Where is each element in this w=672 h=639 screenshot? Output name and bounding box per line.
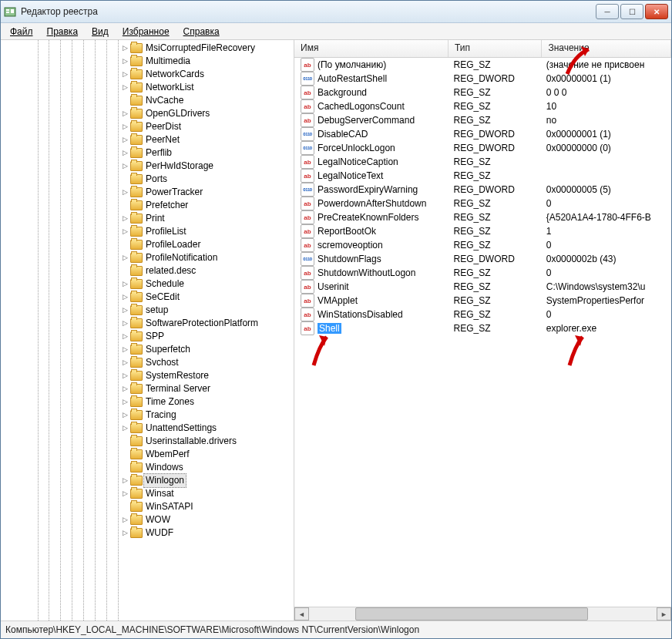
tree-item[interactable]: ▷SPP bbox=[120, 330, 294, 343]
scroll-right-arrow[interactable]: ► bbox=[657, 607, 671, 621]
tree-item[interactable]: ▷Svchost bbox=[120, 356, 294, 369]
expand-icon[interactable]: ▷ bbox=[120, 70, 129, 79]
expand-icon[interactable]: ▷ bbox=[120, 44, 129, 53]
tree-item[interactable]: ▷ProfileNotification bbox=[120, 251, 294, 264]
tree-item[interactable]: ▷WOW bbox=[120, 513, 294, 526]
expand-icon[interactable]: ▷ bbox=[120, 109, 129, 119]
tree-item[interactable]: ▷UnattendSettings bbox=[120, 422, 294, 435]
expand-icon[interactable]: ▷ bbox=[120, 358, 129, 368]
list-item[interactable]: abLegalNoticeTextREG_SZ bbox=[294, 169, 671, 183]
tree-item[interactable]: ▷OpenGLDrivers bbox=[120, 107, 294, 120]
expand-icon[interactable]: ▷ bbox=[120, 476, 129, 486]
list-item[interactable]: abLegalNoticeCaptionREG_SZ bbox=[294, 155, 671, 169]
tree-item[interactable]: ▷SystemRestore bbox=[120, 369, 294, 382]
expand-icon[interactable]: ▷ bbox=[120, 162, 129, 171]
tree-item[interactable]: ▷Print bbox=[120, 212, 294, 225]
list-item[interactable]: abPowerdownAfterShutdownREG_SZ0 bbox=[294, 197, 671, 210]
tree-item[interactable]: Userinstallable.drivers bbox=[120, 435, 294, 448]
list-item[interactable]: abBackgroundREG_SZ0 0 0 bbox=[294, 86, 671, 99]
expand-icon[interactable]: ▷ bbox=[120, 57, 129, 66]
menu-view[interactable]: Вид bbox=[86, 25, 115, 39]
list-item[interactable]: 0110AutoRestartShellREG_DWORD0x00000001 … bbox=[294, 72, 671, 86]
column-header-name[interactable]: Имя bbox=[294, 40, 449, 57]
list-item[interactable]: 0110PasswordExpiryWarningREG_DWORD0x0000… bbox=[294, 183, 671, 197]
tree-item[interactable]: ▷SoftwareProtectionPlatform bbox=[120, 317, 294, 330]
expand-icon[interactable]: ▷ bbox=[120, 398, 129, 407]
expand-icon[interactable]: ▷ bbox=[120, 319, 129, 328]
tree-item[interactable]: Windows bbox=[120, 461, 294, 474]
list-item[interactable]: abscremoveoptionREG_SZ0 bbox=[294, 238, 671, 252]
list-item[interactable]: abDebugServerCommandREG_SZno bbox=[294, 113, 671, 127]
list-item[interactable]: abShellREG_SZexplorer.exe bbox=[294, 321, 671, 335]
menu-help[interactable]: Справка bbox=[177, 25, 226, 39]
list-item[interactable]: abCachedLogonsCountREG_SZ10 bbox=[294, 99, 671, 113]
expand-icon[interactable]: ▷ bbox=[120, 489, 129, 499]
tree-item[interactable]: ▷ProfileList bbox=[120, 225, 294, 238]
column-header-value[interactable]: Значение bbox=[542, 40, 671, 57]
tree-item[interactable]: ▷Tracing bbox=[120, 409, 294, 422]
expand-icon[interactable]: ▷ bbox=[120, 123, 129, 132]
tree-item[interactable]: ▷Perflib bbox=[120, 146, 294, 160]
tree-item[interactable]: ▷Winlogon bbox=[120, 474, 294, 487]
tree-item[interactable]: Prefetcher bbox=[120, 199, 294, 212]
list-item[interactable]: abWinStationsDisabledREG_SZ0 bbox=[294, 308, 671, 321]
expand-icon[interactable]: ▷ bbox=[120, 372, 129, 381]
listview-body[interactable]: ab(По умолчанию)REG_SZ(значение не присв… bbox=[294, 58, 671, 607]
tree-item[interactable]: ▷PerHwIdStorage bbox=[120, 160, 294, 173]
expand-icon[interactable]: ▷ bbox=[120, 385, 129, 394]
tree-item[interactable]: NvCache bbox=[120, 94, 294, 107]
tree-item[interactable]: ▷Multimedia bbox=[120, 55, 294, 68]
maximize-button[interactable]: ☐ bbox=[620, 4, 643, 19]
tree-item[interactable]: ▷Superfetch bbox=[120, 343, 294, 356]
tree-item[interactable]: ▷Terminal Server bbox=[120, 382, 294, 395]
menu-edit[interactable]: Правка bbox=[41, 25, 85, 39]
scroll-thumb[interactable] bbox=[355, 607, 588, 621]
list-item[interactable]: ab(По умолчанию)REG_SZ(значение не присв… bbox=[294, 58, 671, 72]
expand-icon[interactable]: ▷ bbox=[120, 293, 129, 302]
list-item[interactable]: abReportBootOkREG_SZ1 bbox=[294, 224, 671, 238]
expand-icon[interactable]: ▷ bbox=[120, 188, 129, 197]
expand-icon[interactable]: ▷ bbox=[120, 332, 129, 341]
column-header-type[interactable]: Тип bbox=[449, 40, 542, 57]
tree-item[interactable]: ▷PowerTracker bbox=[120, 186, 294, 199]
expand-icon[interactable]: ▷ bbox=[120, 83, 129, 92]
expand-icon[interactable]: ▷ bbox=[120, 529, 129, 538]
expand-icon[interactable]: ▷ bbox=[120, 214, 129, 224]
tree-item[interactable]: ▷Winsat bbox=[120, 487, 294, 500]
expand-icon[interactable]: ▷ bbox=[120, 516, 129, 525]
expand-icon[interactable]: ▷ bbox=[120, 136, 129, 145]
minimize-button[interactable]: ─ bbox=[596, 4, 619, 19]
expand-icon[interactable]: ▷ bbox=[120, 411, 129, 420]
tree-item[interactable]: ▷Schedule bbox=[120, 277, 294, 291]
list-item[interactable]: abShutdownWithoutLogonREG_SZ0 bbox=[294, 266, 671, 280]
expand-icon[interactable]: ▷ bbox=[120, 306, 129, 315]
tree-item[interactable]: ▷PeerDist bbox=[120, 120, 294, 133]
tree-item[interactable]: WbemPerf bbox=[120, 448, 294, 461]
tree-item[interactable]: related.desc bbox=[120, 264, 294, 277]
tree-item[interactable]: ▷Time Zones bbox=[120, 395, 294, 409]
list-item[interactable]: abVMAppletREG_SZSystemPropertiesPerfor bbox=[294, 294, 671, 308]
tree-item[interactable]: ▷setup bbox=[120, 304, 294, 317]
expand-icon[interactable]: ▷ bbox=[120, 280, 129, 289]
expand-icon[interactable]: ▷ bbox=[120, 227, 129, 237]
tree-item[interactable]: Ports bbox=[120, 173, 294, 186]
tree-item[interactable]: ProfileLoader bbox=[120, 238, 294, 251]
registry-tree[interactable]: ▷MsiCorruptedFileRecovery▷Multimedia▷Net… bbox=[1, 40, 294, 621]
list-item[interactable]: 0110ForceUnlockLogonREG_DWORD0x00000000 … bbox=[294, 141, 671, 155]
tree-item[interactable]: ▷SeCEdit bbox=[120, 291, 294, 304]
tree-item[interactable]: ▷MsiCorruptedFileRecovery bbox=[120, 42, 294, 55]
tree-item[interactable]: WinSATAPI bbox=[120, 500, 294, 513]
expand-icon[interactable]: ▷ bbox=[120, 149, 129, 158]
expand-icon[interactable]: ▷ bbox=[120, 254, 129, 263]
tree-item[interactable]: ▷NetworkList bbox=[120, 81, 294, 94]
horizontal-scrollbar[interactable]: ◄ ► bbox=[294, 607, 671, 621]
list-item[interactable]: 0110ShutdownFlagsREG_DWORD0x0000002b (43… bbox=[294, 252, 671, 266]
menu-file[interactable]: Файл bbox=[4, 25, 39, 39]
expand-icon[interactable]: ▷ bbox=[120, 424, 129, 433]
tree-item[interactable]: ▷NetworkCards bbox=[120, 68, 294, 81]
expand-icon[interactable]: ▷ bbox=[120, 345, 129, 355]
list-item[interactable]: abPreCreateKnownFoldersREG_SZ{A520A1A4-1… bbox=[294, 210, 671, 224]
list-item[interactable]: 0110DisableCADREG_DWORD0x00000001 (1) bbox=[294, 127, 671, 141]
close-button[interactable]: ✕ bbox=[645, 4, 668, 19]
tree-item[interactable]: ▷WUDF bbox=[120, 526, 294, 540]
